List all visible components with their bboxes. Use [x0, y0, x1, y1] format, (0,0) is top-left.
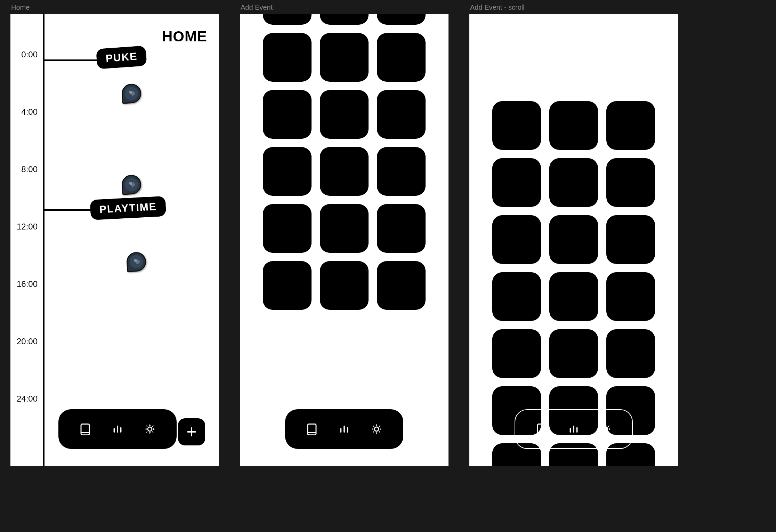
book-icon	[79, 423, 91, 435]
event-tile[interactable]	[377, 261, 426, 310]
time-label: 4:00	[21, 107, 38, 117]
time-label: 24:00	[17, 394, 38, 404]
nav-stats[interactable]	[338, 423, 350, 435]
event-tile[interactable]	[492, 101, 541, 150]
bottom-nav	[515, 409, 633, 449]
event-tile[interactable]	[263, 14, 312, 25]
event-tile[interactable]	[606, 329, 655, 378]
event-connector	[45, 209, 93, 211]
event-tile[interactable]	[549, 272, 598, 321]
time-label: 0:00	[21, 50, 38, 59]
avatar[interactable]	[126, 251, 147, 272]
time-label: 12:00	[17, 222, 38, 232]
event-tile[interactable]	[606, 158, 655, 207]
nav-settings[interactable]	[144, 423, 156, 435]
frame-label-add-event: Add Event	[240, 3, 448, 11]
gear-icon	[599, 423, 612, 435]
event-tile[interactable]	[320, 261, 369, 310]
bottom-nav	[285, 409, 403, 449]
event-tile[interactable]	[263, 147, 312, 196]
page-title: HOME	[162, 28, 207, 45]
frame-add-event-scroll: Add Event - scroll	[469, 3, 678, 466]
frame-home: Home HOME 0:00 4:00 8:00 12:00 16:00 20:…	[10, 3, 219, 466]
time-label: 16:00	[17, 279, 38, 289]
event-chip[interactable]: PUKE	[96, 46, 147, 69]
time-label: 20:00	[17, 337, 38, 346]
event-tile[interactable]	[492, 272, 541, 321]
screen-add-event-scroll	[469, 14, 678, 466]
event-tile[interactable]	[606, 215, 655, 264]
event-tile[interactable]	[377, 90, 426, 139]
event-tile[interactable]	[492, 158, 541, 207]
avatar[interactable]	[121, 83, 142, 104]
gear-icon	[370, 423, 383, 435]
event-tile[interactable]	[263, 204, 312, 253]
gear-icon	[144, 423, 156, 435]
event-tile[interactable]	[263, 261, 312, 310]
event-tile[interactable]	[320, 90, 369, 139]
book-icon	[535, 423, 548, 435]
add-event-button[interactable]	[178, 418, 205, 445]
bars-icon	[338, 423, 350, 435]
book-icon	[306, 423, 318, 435]
screen-add-event	[240, 14, 448, 466]
time-label: 8:00	[21, 164, 38, 174]
event-tile[interactable]	[377, 204, 426, 253]
avatar[interactable]	[121, 174, 142, 195]
bars-icon	[111, 423, 124, 435]
frame-label-home: Home	[10, 3, 219, 11]
nav-journal[interactable]	[535, 423, 548, 435]
nav-settings[interactable]	[599, 423, 612, 435]
screen-home: HOME 0:00 4:00 8:00 12:00 16:00 20:00 24…	[10, 14, 219, 466]
event-tile[interactable]	[549, 158, 598, 207]
nav-journal[interactable]	[306, 423, 318, 435]
nav-stats[interactable]	[111, 423, 124, 435]
event-tile[interactable]	[549, 329, 598, 378]
event-tile[interactable]	[377, 14, 426, 25]
event-tile[interactable]	[549, 215, 598, 264]
event-tile[interactable]	[606, 272, 655, 321]
event-chip[interactable]: PLAYTIME	[90, 196, 166, 220]
event-tile[interactable]	[320, 14, 369, 25]
event-type-grid[interactable]	[240, 14, 448, 310]
nav-journal[interactable]	[79, 423, 91, 435]
event-tile[interactable]	[377, 33, 426, 82]
event-tile[interactable]	[549, 101, 598, 150]
frame-label-add-event-scroll: Add Event - scroll	[469, 3, 678, 11]
timeline-rail	[43, 14, 45, 466]
event-tile[interactable]	[377, 147, 426, 196]
event-tile[interactable]	[263, 90, 312, 139]
nav-settings[interactable]	[370, 423, 383, 435]
event-tile[interactable]	[320, 204, 369, 253]
frame-add-event: Add Event	[240, 3, 448, 466]
event-tile[interactable]	[263, 33, 312, 82]
nav-stats[interactable]	[567, 423, 580, 435]
plus-icon	[186, 426, 197, 438]
bottom-nav	[58, 409, 177, 449]
event-tile[interactable]	[320, 147, 369, 196]
event-tile[interactable]	[606, 101, 655, 150]
event-tile[interactable]	[320, 33, 369, 82]
bars-icon	[567, 423, 580, 435]
event-connector	[45, 59, 100, 61]
event-tile[interactable]	[492, 329, 541, 378]
event-tile[interactable]	[492, 215, 541, 264]
